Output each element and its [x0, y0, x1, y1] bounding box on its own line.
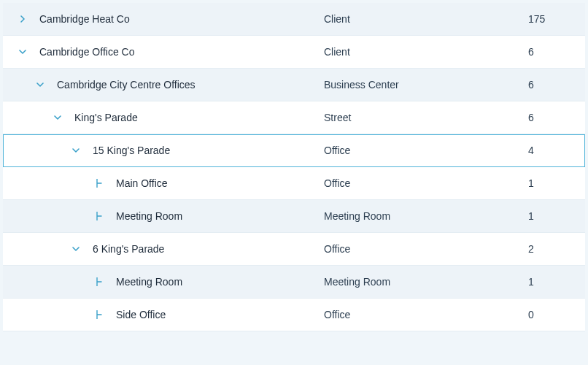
row-count: 1	[528, 210, 585, 222]
row-type: Meeting Room	[324, 210, 528, 222]
tree-row[interactable]: Cambridge Heat CoClient175	[3, 3, 585, 36]
row-type: Office	[324, 243, 528, 255]
row-name: Main Office	[116, 177, 168, 189]
leaf-icon	[94, 277, 104, 287]
row-name: King's Parade	[74, 112, 138, 123]
tree-cell-name: Meeting Room	[3, 210, 324, 222]
tree-cell-name: Cambridge City Centre Offices	[3, 79, 324, 91]
chevron-right-icon[interactable]	[18, 14, 28, 24]
row-count: 4	[528, 145, 585, 156]
row-count: 175	[528, 13, 585, 25]
tree-row[interactable]: 6 King's ParadeOffice2	[3, 233, 585, 266]
row-type: Office	[324, 145, 528, 156]
tree-row[interactable]: 15 King's ParadeOffice4	[3, 134, 585, 167]
tree-row[interactable]: King's ParadeStreet6	[3, 101, 585, 134]
row-count: 1	[528, 276, 585, 288]
row-name: Cambridge City Centre Offices	[57, 79, 196, 91]
leaf-icon	[94, 178, 104, 188]
row-name: 15 King's Parade	[93, 145, 170, 156]
row-type: Client	[324, 13, 528, 25]
chevron-down-icon[interactable]	[53, 112, 63, 123]
tree-table: Cambridge Heat CoClient175Cambridge Offi…	[3, 3, 585, 331]
row-name: Meeting Room	[116, 276, 182, 288]
chevron-down-icon[interactable]	[35, 80, 45, 90]
row-type: Street	[324, 112, 528, 123]
row-name: Side Office	[116, 309, 166, 320]
tree-row[interactable]: Side OfficeOffice0	[3, 299, 585, 331]
row-name: 6 King's Parade	[93, 243, 164, 255]
row-count: 6	[528, 112, 585, 123]
tree-cell-name: Side Office	[3, 309, 324, 320]
tree-row[interactable]: Cambridge City Centre OfficesBusiness Ce…	[3, 69, 585, 101]
chevron-down-icon[interactable]	[18, 47, 28, 57]
row-count: 2	[528, 243, 585, 255]
row-name: Meeting Room	[116, 210, 182, 222]
row-count: 6	[528, 46, 585, 58]
row-count: 1	[528, 177, 585, 189]
row-type: Business Center	[324, 79, 528, 91]
tree-row[interactable]: Cambridge Office CoClient6	[3, 36, 585, 69]
tree-cell-name: Cambridge Office Co	[3, 46, 324, 58]
row-type: Office	[324, 309, 528, 320]
row-type: Office	[324, 177, 528, 189]
tree-cell-name: King's Parade	[3, 112, 324, 123]
tree-row[interactable]: Main OfficeOffice1	[3, 167, 585, 200]
tree-row[interactable]: Meeting RoomMeeting Room1	[3, 200, 585, 233]
row-count: 6	[528, 79, 585, 91]
tree-row[interactable]: Meeting RoomMeeting Room1	[3, 266, 585, 299]
chevron-down-icon[interactable]	[71, 145, 81, 155]
row-type: Client	[324, 46, 528, 58]
row-name: Cambridge Heat Co	[39, 13, 130, 25]
tree-cell-name: Main Office	[3, 177, 324, 189]
leaf-icon	[94, 211, 104, 221]
leaf-icon	[94, 310, 104, 320]
tree-cell-name: Meeting Room	[3, 276, 324, 288]
chevron-down-icon[interactable]	[71, 244, 81, 254]
row-count: 0	[528, 309, 585, 320]
tree-cell-name: 6 King's Parade	[3, 243, 324, 255]
row-name: Cambridge Office Co	[39, 46, 134, 58]
tree-cell-name: 15 King's Parade	[3, 145, 324, 156]
tree-cell-name: Cambridge Heat Co	[3, 13, 324, 25]
row-type: Meeting Room	[324, 276, 528, 288]
